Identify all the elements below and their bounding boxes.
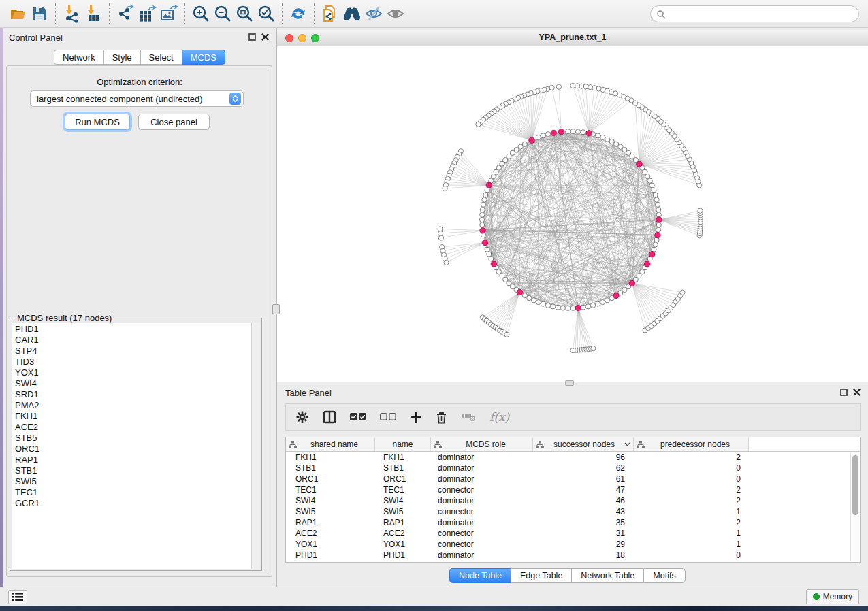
splitter-grip[interactable] bbox=[565, 380, 574, 386]
run-mcds-button[interactable]: Run MCDS bbox=[65, 114, 130, 130]
tab-network-table[interactable]: Network Table bbox=[571, 568, 643, 583]
table-scrollbar-thumb[interactable] bbox=[852, 455, 858, 515]
deselect-all-icon[interactable] bbox=[380, 413, 396, 421]
node-table[interactable]: shared name name MCDS role successor nod… bbox=[285, 437, 861, 563]
main-toolbar bbox=[0, 0, 868, 28]
apply-layout-icon[interactable] bbox=[287, 3, 309, 24]
table-cell: dominator bbox=[431, 474, 533, 484]
table-scrollbar[interactable] bbox=[850, 452, 859, 561]
task-history-button[interactable] bbox=[8, 590, 27, 604]
table-row[interactable]: FKH1FKH1dominator962 bbox=[286, 452, 860, 463]
export-network-icon[interactable] bbox=[114, 3, 136, 24]
tab-style[interactable]: Style bbox=[103, 50, 140, 65]
find-icon[interactable] bbox=[341, 3, 363, 24]
table-cell: ORC1 bbox=[286, 474, 375, 484]
mcds-result-item[interactable]: YOX1 bbox=[15, 367, 251, 378]
show-all-icon[interactable] bbox=[385, 3, 406, 24]
tab-select[interactable]: Select bbox=[140, 50, 182, 65]
select-stepper-icon bbox=[229, 93, 241, 105]
delete-column-icon[interactable] bbox=[436, 411, 447, 424]
tab-edge-table[interactable]: Edge Table bbox=[511, 568, 571, 583]
memory-status-icon bbox=[813, 593, 820, 600]
mcds-result-list[interactable]: PHD1CAR1STP4TID3YOX1SWI4SRD1PMA2FKH1ACE2… bbox=[12, 323, 251, 569]
table-cell: 0 bbox=[634, 463, 749, 473]
import-table-icon[interactable] bbox=[82, 3, 104, 24]
zoom-fit-icon[interactable] bbox=[234, 3, 255, 24]
network-window-titlebar[interactable]: YPA_prune.txt_1 bbox=[277, 30, 868, 46]
zoom-out-icon[interactable] bbox=[212, 3, 234, 24]
table-cell: ACE2 bbox=[375, 529, 431, 538]
table-cell: 2 bbox=[634, 452, 749, 462]
mcds-result-item[interactable]: GCR1 bbox=[15, 498, 251, 509]
float-panel-icon[interactable] bbox=[248, 33, 256, 41]
save-session-icon[interactable] bbox=[29, 3, 50, 24]
tab-network[interactable]: Network bbox=[54, 50, 103, 65]
mcds-result-item[interactable]: PHD1 bbox=[15, 324, 251, 335]
mcds-result-item[interactable]: STB5 bbox=[15, 433, 251, 444]
table-cell: PHD1 bbox=[375, 550, 431, 560]
create-column-icon[interactable] bbox=[410, 411, 422, 423]
table-row[interactable]: TEC1TEC1connector472 bbox=[286, 484, 860, 495]
table-row[interactable]: RAP1RAP1dominator352 bbox=[286, 517, 860, 528]
new-network-from-selection-icon[interactable] bbox=[319, 3, 341, 24]
table-row[interactable]: PHD1PHD1dominator180 bbox=[286, 550, 860, 561]
control-panel-title: Control Panel bbox=[9, 33, 63, 43]
column-header-successor-nodes[interactable]: successor nodes bbox=[533, 437, 634, 451]
hide-selected-icon[interactable] bbox=[363, 3, 385, 24]
table-row[interactable]: ORC1ORC1dominator610 bbox=[286, 474, 860, 484]
close-panel-icon[interactable] bbox=[261, 33, 269, 41]
open-file-icon[interactable] bbox=[7, 3, 29, 24]
close-panel-button[interactable]: Close panel bbox=[138, 114, 210, 130]
mcds-result-item[interactable]: SRD1 bbox=[15, 389, 251, 400]
table-cell: ACE2 bbox=[286, 529, 375, 538]
table-cell: 2 bbox=[634, 485, 749, 495]
table-row[interactable]: STB1STB1dominator620 bbox=[286, 463, 860, 474]
table-row[interactable]: SWI4SWI4dominator462 bbox=[286, 495, 860, 506]
table-cell: ORC1 bbox=[375, 474, 431, 484]
mcds-list-scrollbar[interactable] bbox=[251, 323, 260, 569]
show-columns-icon[interactable] bbox=[323, 410, 336, 424]
mcds-result-item[interactable]: ORC1 bbox=[15, 444, 251, 455]
mcds-result-item[interactable]: SWI4 bbox=[15, 378, 251, 389]
column-header-predecessor-nodes[interactable]: predecessor nodes bbox=[634, 437, 749, 451]
table-row[interactable]: ACE2ACE2connector311 bbox=[286, 528, 860, 539]
mcds-result-item[interactable]: TID3 bbox=[15, 357, 251, 367]
optimization-criterion-select[interactable]: largest connected component (undirected) bbox=[30, 90, 244, 107]
table-cell: STB1 bbox=[286, 463, 375, 473]
tab-mcds[interactable]: MCDS bbox=[182, 50, 225, 65]
mcds-result-item[interactable]: FKH1 bbox=[15, 411, 251, 422]
toolbar-separator bbox=[314, 3, 315, 24]
export-image-icon[interactable] bbox=[158, 3, 180, 24]
table-cell: 35 bbox=[533, 518, 634, 527]
table-row[interactable]: SWI5SWI5connector431 bbox=[286, 506, 860, 517]
column-header-name[interactable]: name bbox=[375, 437, 431, 451]
select-all-icon[interactable] bbox=[350, 413, 366, 421]
mcds-result-item[interactable]: ACE2 bbox=[15, 422, 251, 433]
table-settings-icon[interactable] bbox=[295, 410, 309, 424]
table-cell: SWI5 bbox=[375, 507, 431, 516]
mcds-result-item[interactable]: SWI5 bbox=[15, 476, 251, 487]
zoom-in-icon[interactable] bbox=[190, 3, 212, 24]
mcds-result-item[interactable]: TEC1 bbox=[15, 487, 251, 498]
import-network-icon[interactable] bbox=[61, 3, 82, 24]
memory-button[interactable]: Memory bbox=[806, 589, 859, 604]
tab-node-table[interactable]: Node Table bbox=[449, 568, 511, 583]
column-header-mcds-role[interactable]: MCDS role bbox=[431, 437, 533, 451]
mcds-result-item[interactable]: CAR1 bbox=[15, 335, 251, 346]
search-input[interactable] bbox=[669, 10, 858, 19]
mcds-result-item[interactable]: PMA2 bbox=[15, 400, 251, 411]
splitter-grip[interactable] bbox=[272, 304, 280, 314]
mcds-result-item[interactable]: RAP1 bbox=[15, 455, 251, 465]
tab-motifs[interactable]: Motifs bbox=[643, 568, 685, 583]
table-row[interactable]: YOX1YOX1connector291 bbox=[286, 539, 860, 550]
mcds-result-item[interactable]: STP4 bbox=[15, 346, 251, 357]
float-panel-icon[interactable] bbox=[840, 389, 848, 396]
network-view-canvas[interactable] bbox=[277, 46, 868, 382]
mcds-result-item[interactable]: STB1 bbox=[15, 465, 251, 476]
zoom-selected-icon[interactable] bbox=[255, 3, 277, 24]
close-panel-icon[interactable] bbox=[853, 389, 861, 396]
column-header-shared-name[interactable]: shared name bbox=[286, 437, 375, 451]
export-table-icon[interactable] bbox=[136, 3, 158, 24]
node-table-body[interactable]: FKH1FKH1dominator962STB1STB1dominator620… bbox=[286, 452, 860, 561]
search-field[interactable] bbox=[650, 5, 859, 22]
